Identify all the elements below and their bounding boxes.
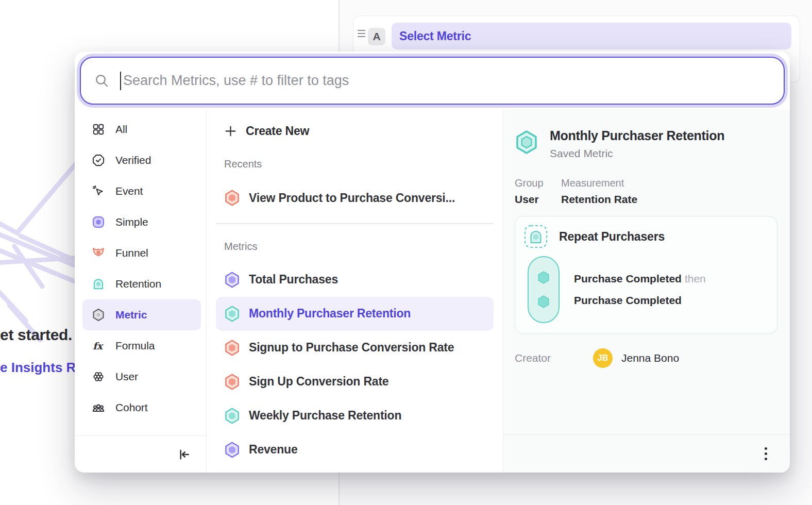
sidebar-item-verified[interactable]: Verified bbox=[82, 145, 201, 176]
select-metric-label: Select Metric bbox=[399, 29, 471, 43]
metric-picker-modal: All Verified bbox=[75, 52, 790, 473]
detail-title: Monthly Purchaser Retention bbox=[550, 128, 724, 143]
background-headline-fragment: et started. bbox=[0, 326, 77, 344]
metric-label: Total Purchases bbox=[249, 273, 338, 287]
metric-label: Signup to Purchase Conversion Rate bbox=[249, 341, 454, 355]
creator-row: Creator JB Jenna Bono bbox=[515, 348, 777, 368]
metric-detail-panel: Monthly Purchaser Retention Saved Metric… bbox=[503, 110, 790, 473]
step-hexagon-icon bbox=[536, 270, 551, 285]
metric-definition-card: Repeat Purchasers bbox=[515, 216, 777, 334]
verified-badge-icon bbox=[92, 154, 105, 167]
sidebar-item-label: All bbox=[115, 123, 127, 136]
sidebar-item-label: Event bbox=[115, 185, 143, 197]
section-label-metrics: Metrics bbox=[216, 241, 494, 252]
search-bar[interactable] bbox=[80, 57, 785, 105]
step-event: Purchase Completed bbox=[574, 273, 682, 284]
field-label: Group bbox=[515, 177, 561, 189]
retention-metric-icon bbox=[224, 305, 240, 323]
sidebar-item-label: User bbox=[115, 371, 138, 383]
sidebar-item-label: Simple bbox=[115, 216, 148, 228]
sidebar-item-simple[interactable]: Simple bbox=[82, 207, 201, 238]
simple-metric-icon bbox=[224, 441, 240, 459]
recent-metric-item[interactable]: View Product to Purchase Conversi... bbox=[216, 181, 494, 214]
retention-step: Purchase Completedthen bbox=[574, 273, 706, 285]
retention-arch-icon bbox=[92, 277, 105, 291]
sidebar-item-label: Funnel bbox=[115, 247, 148, 259]
category-sidebar: All Verified bbox=[75, 110, 206, 473]
sidebar-item-retention[interactable]: Retention bbox=[82, 268, 201, 299]
select-metric-field[interactable]: Select Metric bbox=[392, 23, 791, 49]
collapse-sidebar-icon[interactable] bbox=[176, 447, 192, 462]
field-value: User bbox=[515, 193, 561, 206]
sidebar-item-formula[interactable]: fx Formula bbox=[82, 330, 201, 361]
grid-icon bbox=[92, 123, 105, 136]
drag-handle-icon[interactable] bbox=[358, 29, 367, 38]
retention-metric-icon-large bbox=[515, 129, 538, 155]
user-cluster-icon bbox=[92, 370, 105, 383]
plus-icon bbox=[224, 125, 237, 138]
field-value: Retention Rate bbox=[561, 193, 637, 206]
more-options-icon[interactable] bbox=[762, 444, 770, 463]
detail-subtitle: Saved Metric bbox=[550, 147, 724, 160]
field-label: Measurement bbox=[561, 177, 637, 189]
metric-item-signup-to-purchase-conversion-rate[interactable]: Signup to Purchase Conversion Rate bbox=[216, 331, 494, 365]
sidebar-item-user[interactable]: User bbox=[82, 361, 201, 392]
cohort-people-icon bbox=[92, 401, 105, 414]
detail-footer bbox=[503, 434, 790, 473]
sidebar-item-label: Cohort bbox=[115, 401, 147, 414]
repeat-purchasers-icon bbox=[523, 224, 548, 249]
avatar: JB bbox=[593, 348, 613, 368]
metric-label: Monthly Purchaser Retention bbox=[249, 307, 411, 321]
metric-item-weekly-purchase-retention[interactable]: Weekly Purchase Retention bbox=[216, 399, 494, 433]
sidebar-item-cohort[interactable]: Cohort bbox=[82, 392, 201, 423]
screen: et started. e Insights Re A Select Metri… bbox=[0, 0, 812, 505]
funnel-metric-icon bbox=[224, 339, 240, 357]
step-connector: then bbox=[685, 273, 706, 284]
field-measurement: Measurement Retention Rate bbox=[561, 177, 637, 206]
field-group: Group User bbox=[515, 177, 561, 206]
funnel-icon bbox=[92, 246, 105, 260]
sidebar-item-label: Formula bbox=[115, 340, 155, 352]
funnel-metric-icon bbox=[224, 373, 240, 391]
step-event: Purchase Completed bbox=[574, 294, 682, 306]
list-divider bbox=[216, 223, 494, 224]
sidebar-item-funnel[interactable]: Funnel bbox=[82, 238, 201, 268]
metric-hexagon-icon bbox=[92, 308, 105, 322]
section-label-recents: Recents bbox=[216, 158, 494, 170]
background-link-fragment[interactable]: e Insights Re bbox=[0, 360, 78, 376]
funnel-metric-icon bbox=[224, 189, 240, 207]
sidebar-footer bbox=[75, 435, 206, 473]
sidebar-item-metric[interactable]: Metric bbox=[82, 299, 201, 330]
retention-steps-capsule bbox=[528, 256, 560, 323]
creator-label: Creator bbox=[515, 352, 593, 364]
cursor-click-icon bbox=[92, 184, 105, 198]
sidebar-item-event[interactable]: Event bbox=[82, 176, 201, 207]
retention-step: Purchase Completed bbox=[574, 294, 706, 307]
metric-item-total-purchases[interactable]: Total Purchases bbox=[216, 263, 494, 297]
metric-item-monthly-purchaser-retention[interactable]: Monthly Purchaser Retention bbox=[216, 297, 494, 331]
metric-label: Revenue bbox=[249, 443, 297, 457]
sidebar-item-label: Verified bbox=[115, 154, 151, 166]
retention-metric-icon bbox=[224, 407, 240, 425]
svg-text:fx: fx bbox=[93, 341, 104, 351]
search-input[interactable] bbox=[123, 73, 770, 89]
create-new-label: Create New bbox=[246, 124, 309, 138]
metric-list-panel: Create New Recents View Product to Purch… bbox=[206, 110, 503, 473]
sidebar-item-label: Metric bbox=[115, 309, 147, 321]
text-cursor bbox=[120, 72, 121, 90]
metric-label: Sign Up Conversion Rate bbox=[249, 375, 388, 389]
sidebar-item-all[interactable]: All bbox=[82, 114, 201, 145]
create-new-button[interactable]: Create New bbox=[216, 116, 494, 146]
step-hexagon-icon bbox=[536, 294, 551, 310]
sidebar-item-label: Retention bbox=[115, 278, 161, 290]
metric-label: View Product to Purchase Conversi... bbox=[249, 191, 455, 205]
metric-label: Weekly Purchase Retention bbox=[249, 409, 401, 423]
creator-name: Jenna Bono bbox=[621, 352, 679, 364]
simple-metric-icon bbox=[224, 271, 240, 289]
search-icon bbox=[94, 73, 110, 89]
formula-fx-icon: fx bbox=[92, 339, 105, 352]
metric-item-revenue[interactable]: Revenue bbox=[216, 433, 494, 467]
simple-block-icon bbox=[92, 215, 105, 229]
metric-item-sign-up-conversion-rate[interactable]: Sign Up Conversion Rate bbox=[216, 365, 494, 399]
series-a-badge: A bbox=[368, 28, 385, 45]
